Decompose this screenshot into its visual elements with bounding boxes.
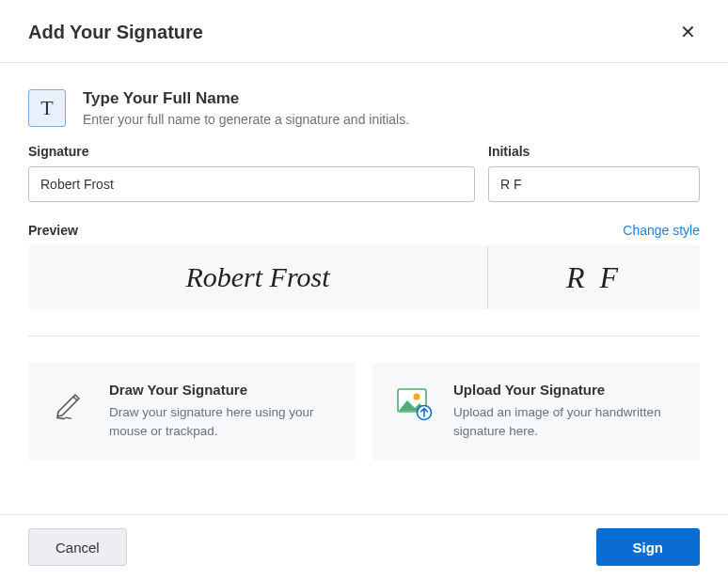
preview-box: Robert Frost R F: [28, 245, 700, 309]
cancel-button[interactable]: Cancel: [28, 528, 127, 566]
signature-input[interactable]: [28, 166, 475, 202]
dialog-title: Add Your Signature: [28, 22, 203, 43]
upload-option-description: Upload an image of your handwritten sign…: [453, 403, 679, 442]
preview-label: Preview: [28, 223, 78, 238]
upload-option-title: Upload Your Signature: [453, 382, 679, 398]
image-upload-icon: [393, 382, 435, 423]
type-icon: T: [28, 89, 66, 127]
draw-option-description: Draw your signature here using your mous…: [109, 403, 335, 442]
draw-signature-card[interactable]: Draw Your Signature Draw your signature …: [28, 363, 356, 461]
close-icon: ✕: [680, 22, 696, 42]
pencil-icon: [49, 382, 90, 423]
signature-label: Signature: [28, 144, 475, 159]
sign-button[interactable]: Sign: [596, 528, 701, 566]
signature-preview: Robert Frost: [28, 245, 488, 309]
draw-option-title: Draw Your Signature: [109, 382, 335, 398]
divider: [28, 336, 700, 336]
initials-input[interactable]: [488, 166, 700, 202]
type-option-description: Enter your full name to generate a signa…: [83, 112, 409, 127]
close-button[interactable]: ✕: [676, 19, 700, 45]
type-option-title: Type Your Full Name: [83, 89, 409, 108]
initials-label: Initials: [488, 144, 700, 159]
type-signature-option: T Type Your Full Name Enter your full na…: [28, 89, 700, 127]
change-style-link[interactable]: Change style: [623, 223, 700, 238]
svg-point-1: [414, 394, 420, 400]
upload-signature-card[interactable]: Upload Your Signature Upload an image of…: [372, 363, 700, 461]
initials-preview: R F: [488, 245, 700, 309]
